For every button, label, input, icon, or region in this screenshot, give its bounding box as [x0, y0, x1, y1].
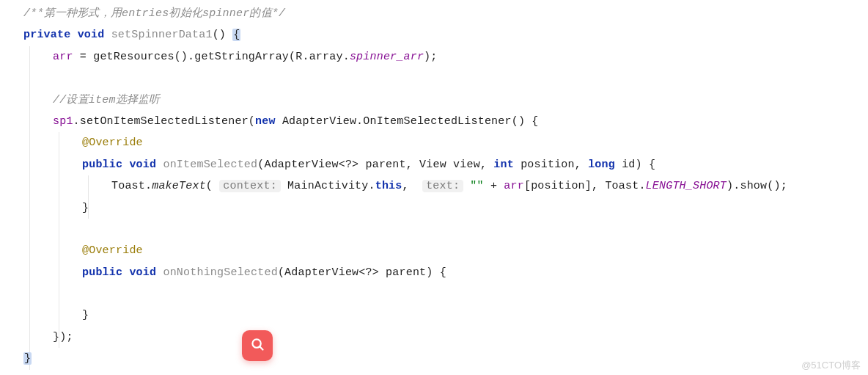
code-line[interactable]: private void setSpinnerData1() {	[0, 24, 868, 45]
search-button[interactable]	[242, 330, 273, 361]
code-line[interactable]: Toast.makeText( context: MainActivity.th…	[0, 175, 868, 197]
code-area[interactable]: /**第一种形式，用entries初始化spinner的值*/private v…	[0, 0, 868, 370]
search-icon	[249, 336, 265, 356]
editor-viewport: /**第一种形式，用entries初始化spinner的值*/private v…	[0, 0, 868, 375]
code-line-content: sp1.setOnItemSelectedListener(new Adapte…	[53, 111, 868, 132]
code-line-content: public void onNothingSelected(AdapterVie…	[82, 262, 868, 283]
code-line-content: }	[82, 197, 868, 219]
code-line[interactable]	[0, 219, 868, 240]
code-line[interactable]: sp1.setOnItemSelectedListener(new Adapte…	[0, 111, 868, 132]
code-line-content: }	[82, 305, 868, 326]
code-line-content: public void onItemSelected(AdapterView<?…	[82, 154, 868, 175]
code-line-content: });	[53, 327, 868, 348]
code-line[interactable]: }	[0, 197, 868, 219]
code-line[interactable]	[0, 283, 868, 305]
code-line[interactable]: //设置item选择监听	[0, 90, 868, 111]
code-line[interactable]: /**第一种形式，用entries初始化spinner的值*/	[0, 3, 868, 24]
code-line-content: //设置item选择监听	[53, 90, 868, 111]
code-line[interactable]: }	[0, 305, 868, 326]
code-line-content: @Override	[82, 132, 868, 153]
code-line[interactable]: }	[0, 348, 868, 369]
code-line[interactable]: });	[0, 327, 868, 348]
code-line[interactable]: @Override	[0, 132, 868, 153]
code-line-content: arr = getResources().getStringArray(R.ar…	[53, 46, 868, 68]
code-line-content: /**第一种形式，用entries初始化spinner的值*/	[23, 3, 868, 24]
code-line[interactable]	[0, 68, 868, 89]
svg-line-1	[260, 346, 262, 349]
watermark: @51CTO博客	[801, 359, 861, 372]
code-line[interactable]: arr = getResources().getStringArray(R.ar…	[0, 46, 868, 68]
code-line-content: Toast.makeText( context: MainActivity.th…	[111, 175, 868, 197]
code-line-content: }	[23, 348, 868, 369]
code-line[interactable]: public void onItemSelected(AdapterView<?…	[0, 154, 868, 175]
code-line-content: @Override	[82, 240, 868, 261]
code-line[interactable]: public void onNothingSelected(AdapterVie…	[0, 262, 868, 283]
code-line[interactable]: @Override	[0, 240, 868, 261]
code-line-content: private void setSpinnerData1() {	[23, 24, 868, 45]
